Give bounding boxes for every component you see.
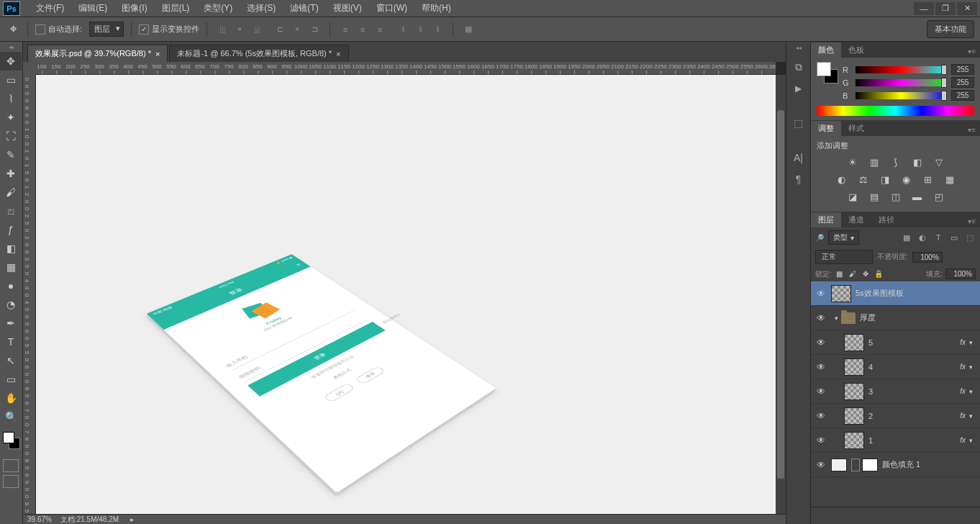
menu-window[interactable]: 窗口(W) [369, 2, 414, 14]
visibility-icon[interactable]: 👁 [811, 362, 831, 372]
panel-menu-icon[interactable]: ▾≡ [963, 215, 980, 227]
align-vcenter-icon[interactable]: ⌖ [232, 22, 248, 37]
align-hcenter-icon[interactable]: ⌖ [289, 22, 305, 37]
toolbox-toggle[interactable]: ◂▸ [0, 42, 22, 52]
g-slider[interactable] [856, 79, 947, 86]
menu-layer[interactable]: 图层(L) [155, 2, 197, 14]
spectrum-picker[interactable] [817, 106, 974, 116]
layer-row[interactable]: 👁5s效果图模板 [811, 281, 980, 306]
dist-top-icon[interactable]: ≡ [337, 22, 353, 37]
lock-transparent-icon[interactable]: ▦ [835, 269, 845, 279]
zoom-tool[interactable]: 🔍 [0, 407, 22, 426]
shape-tool[interactable]: ▭ [0, 370, 22, 389]
eyedropper-tool[interactable]: ✎ [0, 145, 22, 164]
b-slider[interactable] [856, 92, 947, 99]
layer-row[interactable]: 👁5fx▾ [811, 330, 980, 355]
fx-badge[interactable]: fx [960, 338, 966, 346]
fx-expand-icon[interactable]: ▾ [966, 412, 976, 420]
visibility-icon[interactable]: 👁 [811, 460, 831, 470]
colorlookup-icon[interactable]: ▦ [943, 173, 957, 186]
layer-row[interactable]: 👁1fx▾ [811, 428, 980, 453]
document-tab[interactable]: 未标题-1 @ 66.7% (5s效果图模板, RGB/8) *× [169, 45, 348, 62]
gradientmap-icon[interactable]: ▬ [910, 190, 925, 203]
brush-tool[interactable]: 🖌 [0, 183, 22, 202]
dock-toggle[interactable]: ◂◂ [796, 45, 802, 55]
menu-select[interactable]: 选择(S) [240, 2, 283, 14]
exposure-icon[interactable]: ◧ [910, 155, 925, 168]
pen-tool[interactable]: ✒ [0, 314, 22, 333]
styles-tab[interactable]: 样式 [841, 121, 871, 136]
color-tab[interactable]: 颜色 [811, 42, 841, 58]
r-slider[interactable] [856, 66, 947, 73]
fill-value[interactable]: 100% [945, 268, 976, 279]
fx-expand-icon[interactable]: ▾ [966, 437, 976, 444]
blend-mode-select[interactable]: 正常 [815, 250, 873, 264]
type-tool[interactable]: T [0, 333, 22, 351]
visibility-icon[interactable]: 👁 [811, 289, 831, 299]
dist-right-icon[interactable]: ⦀ [430, 22, 445, 37]
lock-position-icon[interactable]: ✥ [861, 269, 871, 279]
threshold-icon[interactable]: ◫ [889, 190, 903, 203]
menu-view[interactable]: 视图(V) [326, 2, 369, 14]
menu-filter[interactable]: 滤镜(T) [283, 2, 325, 14]
dist-vcenter-icon[interactable]: ≡ [355, 22, 371, 37]
photofilter-icon[interactable]: ◉ [899, 173, 914, 186]
layer-row[interactable]: 👁颜色填充 1 [811, 453, 980, 477]
b-value[interactable]: 255 [951, 90, 974, 101]
fx-badge[interactable]: fx [960, 412, 966, 420]
invert-icon[interactable]: ◪ [845, 190, 860, 203]
hand-tool[interactable]: ✋ [0, 389, 22, 407]
character-panel-icon[interactable]: A| [789, 148, 808, 167]
vibrance-icon[interactable]: ▽ [932, 155, 946, 168]
layer-row[interactable]: 👁3fx▾ [811, 379, 980, 404]
brightness-icon[interactable]: ☀ [845, 155, 860, 168]
channels-tab[interactable]: 通道 [841, 212, 871, 227]
visibility-icon[interactable]: 👁 [811, 411, 831, 421]
wand-tool[interactable]: ✦ [0, 108, 22, 127]
dist-bottom-icon[interactable]: ≡ [372, 22, 388, 37]
align-bottom-icon[interactable]: ⍗ [249, 22, 265, 37]
menu-file[interactable]: 文件(F) [29, 2, 71, 14]
opacity-value[interactable]: 100% [912, 252, 943, 263]
filter-pixel-icon[interactable]: ▦ [901, 232, 912, 243]
visibility-icon[interactable]: 👁 [811, 338, 831, 348]
fx-badge[interactable]: fx [960, 363, 966, 371]
menu-image[interactable]: 图像(I) [114, 2, 154, 14]
panel-menu-icon[interactable]: ▾≡ [963, 124, 980, 136]
layers-tab[interactable]: 图层 [811, 212, 841, 227]
maximize-button[interactable]: ❐ [935, 2, 956, 15]
auto-select-checkbox[interactable]: 自动选择: [35, 24, 82, 35]
eraser-tool[interactable]: ◧ [0, 239, 22, 258]
quickmask-button[interactable] [3, 459, 19, 472]
canvas[interactable]: 中国 电信4:21 PM⚡ 22% ▮ 登录× Friday 找住宿就用软件 输… [36, 75, 776, 514]
fx-expand-icon[interactable]: ▾ [966, 388, 976, 395]
workspace-button[interactable]: 基本功能 [927, 20, 974, 38]
dist-left-icon[interactable]: ⦀ [395, 22, 411, 37]
ruler-vertical[interactable]: 0050800100101501200250300350400450500550… [23, 75, 36, 514]
auto-align-icon[interactable]: ▦ [460, 22, 476, 37]
blur-tool[interactable]: ● [0, 276, 22, 295]
color-panel-swatches[interactable] [817, 62, 838, 83]
lock-all-icon[interactable]: 🔒 [874, 269, 884, 279]
zoom-level[interactable]: 39.67% [27, 515, 52, 523]
actions-panel-icon[interactable]: ▶ [789, 79, 808, 98]
gradient-tool[interactable]: ▦ [0, 258, 22, 276]
lasso-tool[interactable]: ⌇ [0, 89, 22, 108]
swatches-tab[interactable]: 色板 [841, 42, 871, 58]
scrollbar-vertical[interactable] [776, 75, 786, 514]
posterize-icon[interactable]: ▤ [867, 190, 881, 203]
visibility-icon[interactable]: 👁 [811, 313, 831, 323]
hue-icon[interactable]: ◐ [835, 173, 849, 186]
move-tool[interactable]: ✥ [0, 52, 22, 71]
dodge-tool[interactable]: ◔ [0, 295, 22, 314]
layer-row[interactable]: 👁▾厚度 [811, 306, 980, 330]
document-tab[interactable]: 效果展示.psd @ 39.7%(RGB/8) *× [27, 45, 168, 62]
visibility-icon[interactable]: 👁 [811, 435, 831, 446]
fx-badge[interactable]: fx [960, 436, 966, 444]
r-value[interactable]: 255 [951, 64, 974, 75]
paths-tab[interactable]: 路径 [871, 212, 902, 227]
paragraph-panel-icon[interactable]: ¶ [789, 170, 808, 189]
expand-icon[interactable]: ▾ [831, 315, 841, 322]
stamp-tool[interactable]: ⏍ [0, 202, 22, 220]
screenmode-button[interactable] [3, 475, 19, 488]
